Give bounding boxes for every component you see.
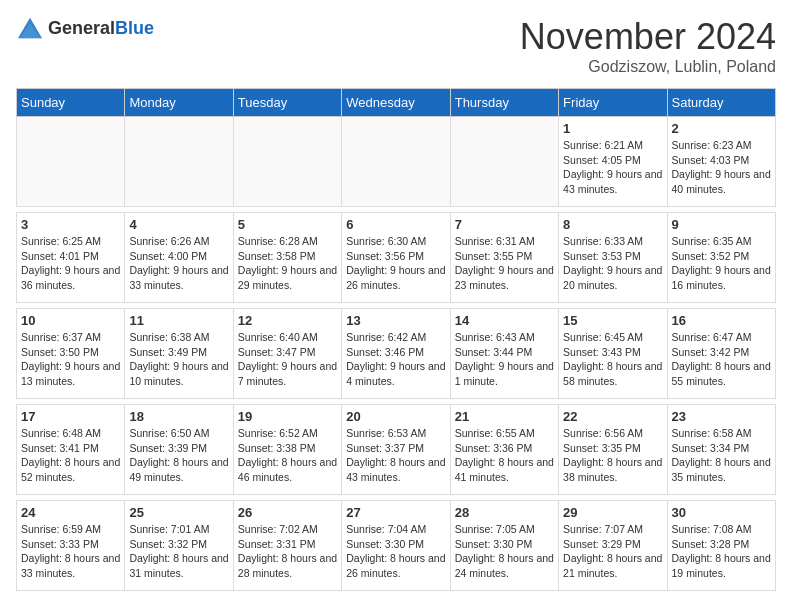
day-info: Sunrise: 6:50 AM Sunset: 3:39 PM Dayligh… <box>129 426 228 485</box>
day-info: Sunrise: 6:37 AM Sunset: 3:50 PM Dayligh… <box>21 330 120 389</box>
day-info: Sunrise: 6:21 AM Sunset: 4:05 PM Dayligh… <box>563 138 662 197</box>
day-info: Sunrise: 7:04 AM Sunset: 3:30 PM Dayligh… <box>346 522 445 581</box>
day-info: Sunrise: 6:28 AM Sunset: 3:58 PM Dayligh… <box>238 234 337 293</box>
day-number: 29 <box>563 505 662 520</box>
day-info: Sunrise: 6:38 AM Sunset: 3:49 PM Dayligh… <box>129 330 228 389</box>
day-info: Sunrise: 7:07 AM Sunset: 3:29 PM Dayligh… <box>563 522 662 581</box>
day-header-sunday: Sunday <box>17 89 125 117</box>
day-info: Sunrise: 6:33 AM Sunset: 3:53 PM Dayligh… <box>563 234 662 293</box>
day-number: 1 <box>563 121 662 136</box>
calendar-week-row: 17Sunrise: 6:48 AM Sunset: 3:41 PM Dayli… <box>17 405 776 495</box>
calendar-cell: 19Sunrise: 6:52 AM Sunset: 3:38 PM Dayli… <box>233 405 341 495</box>
day-number: 7 <box>455 217 554 232</box>
calendar-cell: 9Sunrise: 6:35 AM Sunset: 3:52 PM Daylig… <box>667 213 775 303</box>
day-info: Sunrise: 6:42 AM Sunset: 3:46 PM Dayligh… <box>346 330 445 389</box>
calendar-cell: 2Sunrise: 6:23 AM Sunset: 4:03 PM Daylig… <box>667 117 775 207</box>
day-info: Sunrise: 6:53 AM Sunset: 3:37 PM Dayligh… <box>346 426 445 485</box>
calendar-cell <box>125 117 233 207</box>
day-number: 9 <box>672 217 771 232</box>
calendar-cell: 6Sunrise: 6:30 AM Sunset: 3:56 PM Daylig… <box>342 213 450 303</box>
day-info: Sunrise: 7:08 AM Sunset: 3:28 PM Dayligh… <box>672 522 771 581</box>
logo: GeneralBlue <box>16 16 154 40</box>
day-header-thursday: Thursday <box>450 89 558 117</box>
logo-text-general: General <box>48 18 115 38</box>
calendar-cell: 17Sunrise: 6:48 AM Sunset: 3:41 PM Dayli… <box>17 405 125 495</box>
day-info: Sunrise: 7:05 AM Sunset: 3:30 PM Dayligh… <box>455 522 554 581</box>
calendar-cell: 29Sunrise: 7:07 AM Sunset: 3:29 PM Dayli… <box>559 501 667 591</box>
calendar-cell: 22Sunrise: 6:56 AM Sunset: 3:35 PM Dayli… <box>559 405 667 495</box>
calendar: SundayMondayTuesdayWednesdayThursdayFrid… <box>16 88 776 591</box>
day-header-wednesday: Wednesday <box>342 89 450 117</box>
day-number: 17 <box>21 409 120 424</box>
day-info: Sunrise: 6:56 AM Sunset: 3:35 PM Dayligh… <box>563 426 662 485</box>
calendar-cell: 20Sunrise: 6:53 AM Sunset: 3:37 PM Dayli… <box>342 405 450 495</box>
header: GeneralBlue November 2024 Godziszow, Lub… <box>16 16 776 76</box>
day-info: Sunrise: 6:58 AM Sunset: 3:34 PM Dayligh… <box>672 426 771 485</box>
day-info: Sunrise: 6:26 AM Sunset: 4:00 PM Dayligh… <box>129 234 228 293</box>
calendar-cell: 13Sunrise: 6:42 AM Sunset: 3:46 PM Dayli… <box>342 309 450 399</box>
day-header-tuesday: Tuesday <box>233 89 341 117</box>
day-number: 2 <box>672 121 771 136</box>
day-number: 19 <box>238 409 337 424</box>
day-number: 22 <box>563 409 662 424</box>
calendar-cell: 8Sunrise: 6:33 AM Sunset: 3:53 PM Daylig… <box>559 213 667 303</box>
day-number: 10 <box>21 313 120 328</box>
calendar-cell: 15Sunrise: 6:45 AM Sunset: 3:43 PM Dayli… <box>559 309 667 399</box>
calendar-cell: 7Sunrise: 6:31 AM Sunset: 3:55 PM Daylig… <box>450 213 558 303</box>
day-number: 24 <box>21 505 120 520</box>
day-number: 11 <box>129 313 228 328</box>
calendar-cell: 28Sunrise: 7:05 AM Sunset: 3:30 PM Dayli… <box>450 501 558 591</box>
day-number: 21 <box>455 409 554 424</box>
logo-icon <box>16 16 44 40</box>
day-number: 27 <box>346 505 445 520</box>
day-number: 5 <box>238 217 337 232</box>
calendar-week-row: 24Sunrise: 6:59 AM Sunset: 3:33 PM Dayli… <box>17 501 776 591</box>
day-info: Sunrise: 6:52 AM Sunset: 3:38 PM Dayligh… <box>238 426 337 485</box>
day-number: 12 <box>238 313 337 328</box>
calendar-cell <box>342 117 450 207</box>
day-header-monday: Monday <box>125 89 233 117</box>
calendar-week-row: 3Sunrise: 6:25 AM Sunset: 4:01 PM Daylig… <box>17 213 776 303</box>
calendar-cell <box>450 117 558 207</box>
day-number: 6 <box>346 217 445 232</box>
calendar-cell: 11Sunrise: 6:38 AM Sunset: 3:49 PM Dayli… <box>125 309 233 399</box>
calendar-cell: 23Sunrise: 6:58 AM Sunset: 3:34 PM Dayli… <box>667 405 775 495</box>
day-header-saturday: Saturday <box>667 89 775 117</box>
day-info: Sunrise: 6:35 AM Sunset: 3:52 PM Dayligh… <box>672 234 771 293</box>
calendar-cell: 14Sunrise: 6:43 AM Sunset: 3:44 PM Dayli… <box>450 309 558 399</box>
day-info: Sunrise: 6:23 AM Sunset: 4:03 PM Dayligh… <box>672 138 771 197</box>
calendar-header-row: SundayMondayTuesdayWednesdayThursdayFrid… <box>17 89 776 117</box>
day-info: Sunrise: 7:02 AM Sunset: 3:31 PM Dayligh… <box>238 522 337 581</box>
calendar-cell: 12Sunrise: 6:40 AM Sunset: 3:47 PM Dayli… <box>233 309 341 399</box>
month-title: November 2024 <box>520 16 776 58</box>
calendar-cell: 27Sunrise: 7:04 AM Sunset: 3:30 PM Dayli… <box>342 501 450 591</box>
day-number: 30 <box>672 505 771 520</box>
calendar-cell: 26Sunrise: 7:02 AM Sunset: 3:31 PM Dayli… <box>233 501 341 591</box>
day-number: 20 <box>346 409 445 424</box>
day-number: 16 <box>672 313 771 328</box>
day-number: 8 <box>563 217 662 232</box>
calendar-cell: 30Sunrise: 7:08 AM Sunset: 3:28 PM Dayli… <box>667 501 775 591</box>
calendar-cell: 16Sunrise: 6:47 AM Sunset: 3:42 PM Dayli… <box>667 309 775 399</box>
calendar-cell: 10Sunrise: 6:37 AM Sunset: 3:50 PM Dayli… <box>17 309 125 399</box>
day-number: 23 <box>672 409 771 424</box>
calendar-week-row: 10Sunrise: 6:37 AM Sunset: 3:50 PM Dayli… <box>17 309 776 399</box>
day-number: 28 <box>455 505 554 520</box>
title-area: November 2024 Godziszow, Lublin, Poland <box>520 16 776 76</box>
day-number: 25 <box>129 505 228 520</box>
day-number: 13 <box>346 313 445 328</box>
calendar-cell: 24Sunrise: 6:59 AM Sunset: 3:33 PM Dayli… <box>17 501 125 591</box>
calendar-cell: 21Sunrise: 6:55 AM Sunset: 3:36 PM Dayli… <box>450 405 558 495</box>
day-info: Sunrise: 6:40 AM Sunset: 3:47 PM Dayligh… <box>238 330 337 389</box>
day-info: Sunrise: 6:30 AM Sunset: 3:56 PM Dayligh… <box>346 234 445 293</box>
day-info: Sunrise: 6:48 AM Sunset: 3:41 PM Dayligh… <box>21 426 120 485</box>
day-info: Sunrise: 7:01 AM Sunset: 3:32 PM Dayligh… <box>129 522 228 581</box>
day-number: 4 <box>129 217 228 232</box>
logo-text-blue: Blue <box>115 18 154 38</box>
calendar-week-row: 1Sunrise: 6:21 AM Sunset: 4:05 PM Daylig… <box>17 117 776 207</box>
day-info: Sunrise: 6:31 AM Sunset: 3:55 PM Dayligh… <box>455 234 554 293</box>
calendar-cell <box>17 117 125 207</box>
day-header-friday: Friday <box>559 89 667 117</box>
calendar-cell: 5Sunrise: 6:28 AM Sunset: 3:58 PM Daylig… <box>233 213 341 303</box>
day-number: 3 <box>21 217 120 232</box>
